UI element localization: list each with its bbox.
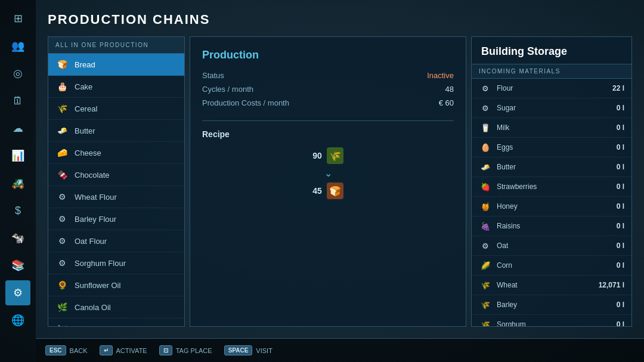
- costs-label: Production Costs / month: [202, 98, 289, 107]
- storage-section-header: INCOMING MATERIALS: [472, 64, 631, 79]
- list-item[interactable]: ⚙ Wheat Flour: [48, 186, 184, 208]
- storage-item-name: Strawberries: [497, 182, 617, 191]
- activate-btn[interactable]: ↵ ACTIVATE: [100, 345, 147, 355]
- esc-back-btn[interactable]: ESC BACK: [45, 345, 88, 355]
- cycles-row: Cycles / month 48: [202, 85, 454, 94]
- visit-btn[interactable]: SPACE VISIT: [224, 345, 273, 355]
- item-name: Sunflower Oil: [75, 281, 120, 290]
- storage-item-icon: 🥚: [479, 141, 492, 154]
- tag-key: ⊡: [159, 345, 172, 355]
- storage-item-value: 0 l: [617, 163, 624, 171]
- tag-place-btn[interactable]: ⊡ TAG PLACE: [159, 345, 212, 355]
- production-title: Production: [202, 49, 454, 61]
- main-content: PRODUCTION CHAINS ALL IN ONE PRODUCTION …: [36, 0, 644, 338]
- recipe-input: 90 🌾: [312, 147, 343, 164]
- sidebar-icon-globe[interactable]: 🌐: [5, 308, 30, 333]
- storage-item: 🌾 Wheat 12,071 l: [472, 276, 631, 295]
- status-label: Status: [202, 71, 224, 80]
- costs-row: Production Costs / month € 60: [202, 98, 454, 107]
- storage-item-name: Eggs: [497, 143, 617, 151]
- status-row: Status Inactive: [202, 71, 454, 80]
- storage-item-icon: 🌾: [479, 298, 492, 311]
- storage-item-icon: 🌾: [479, 279, 492, 292]
- activate-key: ↵: [100, 345, 113, 355]
- panel-header: ALL IN ONE PRODUCTION: [48, 37, 184, 54]
- storage-item: 🌾 Sorghum 0 l: [472, 315, 631, 326]
- storage-item-value: 0 l: [617, 242, 624, 250]
- list-item[interactable]: 🌻 Sunflower Oil: [48, 274, 184, 296]
- sidebar-icon-book[interactable]: 📚: [5, 253, 30, 278]
- space-key: SPACE: [224, 345, 253, 355]
- sidebar-icon-chart[interactable]: 📊: [5, 143, 30, 168]
- page-title: PRODUCTION CHAINS: [48, 12, 632, 27]
- storage-item-name: Milk: [497, 123, 617, 132]
- sidebar-icon-factory[interactable]: ⚙: [5, 280, 30, 305]
- list-item[interactable]: 🎂 Cake: [48, 76, 184, 98]
- list-item[interactable]: ⚙ Sorghum Flour: [48, 252, 184, 274]
- tag-label: TAG PLACE: [176, 347, 212, 354]
- list-item[interactable]: 🌿 Canola Oil: [48, 296, 184, 318]
- storage-item-value: 0 l: [617, 301, 624, 309]
- sidebar-icon-steering[interactable]: ◎: [5, 61, 30, 86]
- storage-item: ⚙ Flour 22 l: [472, 79, 631, 98]
- bread-icon: 🍞: [327, 182, 343, 199]
- list-item[interactable]: ⚙ Oat Flour: [48, 230, 184, 252]
- storage-item-name: Butter: [497, 163, 617, 171]
- storage-item: 🥚 Eggs 0 l: [472, 138, 631, 157]
- item-icon: 🌻: [55, 279, 69, 292]
- list-item[interactable]: 🌾 Cereal: [48, 98, 184, 120]
- storage-item-value: 0 l: [617, 320, 624, 326]
- back-label: BACK: [70, 347, 88, 354]
- sidebar: ⊞ 👥 ◎ 🗓 ☁ 📊 🚜 $ 🐄 📚 ⚙ 🌐: [0, 0, 36, 362]
- recipe-output-amount: 45: [312, 186, 322, 196]
- storage-item-name: Honey: [497, 202, 617, 211]
- sidebar-icon-tractor[interactable]: 🚜: [5, 171, 30, 196]
- item-name: Olive Oil: [75, 325, 104, 327]
- storage-item-icon: 🌾: [479, 318, 492, 326]
- sidebar-icon-calendar[interactable]: 🗓: [5, 88, 30, 113]
- item-name: Wheat Flour: [75, 193, 117, 202]
- storage-item-name: Oat: [497, 242, 617, 250]
- storage-item-icon: 🍓: [479, 180, 492, 193]
- storage-item-value: 0 l: [617, 222, 624, 230]
- storage-item-value: 12,071 l: [599, 281, 624, 289]
- sidebar-icon-map[interactable]: ⊞: [5, 6, 30, 31]
- list-item[interactable]: 🧈 Butter: [48, 120, 184, 142]
- sidebar-icon-weather[interactable]: ☁: [5, 116, 30, 141]
- wheat-icon: 🌾: [327, 147, 343, 164]
- list-item[interactable]: 🍞 Bread: [48, 54, 184, 76]
- panels-row: ALL IN ONE PRODUCTION 🍞 Bread 🎂 Cake 🌾 C…: [48, 36, 632, 327]
- right-panel: Building Storage INCOMING MATERIALS ⚙ Fl…: [471, 36, 632, 327]
- activate-label: ACTIVATE: [116, 347, 147, 354]
- storage-item-icon: ⚙: [479, 101, 492, 115]
- sidebar-icon-people[interactable]: 👥: [5, 33, 30, 58]
- storage-item-value: 0 l: [617, 261, 624, 270]
- storage-item: ⚙ Sugar 0 l: [472, 98, 631, 118]
- sidebar-icon-animal[interactable]: 🐄: [5, 225, 30, 250]
- recipe-input-amount: 90: [312, 151, 322, 160]
- storage-item-icon: 🍯: [479, 200, 492, 213]
- item-icon: ⚙: [55, 256, 69, 270]
- storage-item-name: Sugar: [497, 104, 617, 112]
- item-name: Canola Oil: [75, 303, 111, 312]
- storage-item: 🧈 Butter 0 l: [472, 157, 631, 177]
- list-item[interactable]: ⚙ Barley Flour: [48, 208, 184, 230]
- item-icon: 🍞: [55, 58, 69, 71]
- sidebar-icon-money[interactable]: $: [5, 198, 30, 223]
- item-icon: ⚙: [55, 190, 69, 203]
- storage-item-name: Barley: [497, 301, 617, 309]
- storage-item-name: Corn: [497, 261, 617, 270]
- storage-item-value: 0 l: [617, 202, 624, 211]
- storage-item: 🍓 Strawberries 0 l: [472, 177, 631, 197]
- item-icon: 🌿: [55, 301, 69, 314]
- storage-item-value: 22 l: [612, 84, 624, 92]
- production-list: 🍞 Bread 🎂 Cake 🌾 Cereal 🧈 Butter 🧀 Chees…: [48, 54, 184, 326]
- storage-item-icon: 🍇: [479, 219, 492, 233]
- item-name: Barley Flour: [75, 215, 116, 224]
- list-item[interactable]: 🧀 Cheese: [48, 142, 184, 164]
- item-icon: 🍫: [55, 168, 69, 181]
- middle-panel: Production Status Inactive Cycles / mont…: [190, 36, 466, 327]
- storage-item-name: Raisins: [497, 222, 617, 230]
- list-item[interactable]: 🫒 Olive Oil: [48, 318, 184, 326]
- list-item[interactable]: 🍫 Chocolate: [48, 164, 184, 186]
